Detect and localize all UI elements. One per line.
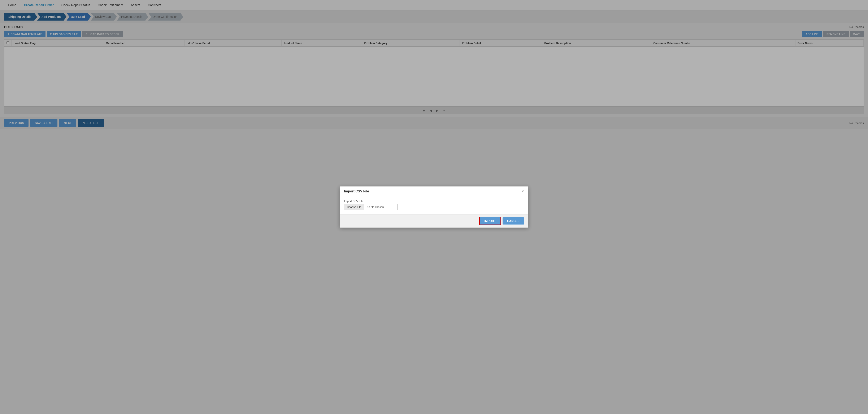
modal-body: Import CSV File Choose File No file chos… (340, 196, 528, 214)
modal-title: Import CSV File (344, 189, 369, 193)
cancel-button[interactable]: CANCEL (502, 217, 524, 225)
modal-close-button[interactable]: × (522, 189, 524, 193)
import-csv-modal: Import CSV File × Import CSV File Choose… (340, 186, 528, 228)
file-name-display: No file chosen (364, 204, 398, 210)
modal-header: Import CSV File × (340, 186, 528, 196)
modal-field-label: Import CSV File (344, 200, 524, 203)
file-input-wrapper: Choose File No file chosen (344, 204, 398, 210)
import-button[interactable]: IMPORT (479, 217, 501, 225)
choose-file-button[interactable]: Choose File (344, 204, 364, 210)
modal-overlay: Import CSV File × Import CSV File Choose… (0, 0, 868, 414)
modal-footer: IMPORT CANCEL (340, 214, 528, 228)
